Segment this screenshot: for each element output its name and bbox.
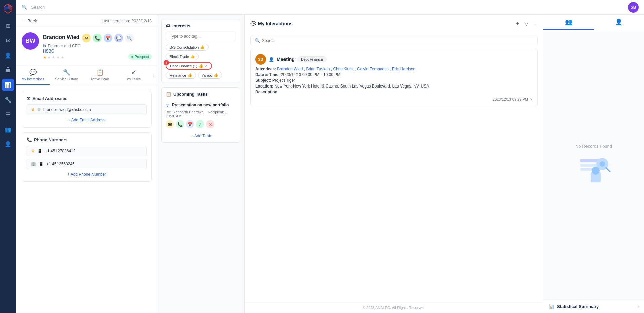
phone-icon-1: 📱 bbox=[37, 149, 42, 153]
interests-panel: 🏷 Interests B/S Consolidation 👍 Block Tr… bbox=[161, 19, 240, 83]
email-icon-btn[interactable]: ✉ bbox=[82, 34, 91, 42]
back-label: Back bbox=[27, 18, 37, 23]
statistical-summary[interactable]: 📊 Statistical Summary › bbox=[543, 300, 644, 313]
interaction-title-text: My Interactions bbox=[258, 21, 293, 26]
search-contact-btn[interactable]: 🔍 bbox=[125, 34, 134, 42]
interaction-header: 💬 My Interactions + ▽ ↓ bbox=[245, 15, 543, 32]
nav-arrow[interactable]: › bbox=[150, 65, 157, 85]
task-phone-btn[interactable]: 📞 bbox=[176, 120, 184, 128]
last-interaction-info: Last Interaction: 2023/12/13 bbox=[102, 18, 152, 23]
far-right-tab-group[interactable]: 👥 bbox=[543, 15, 594, 30]
sidebar-item-tools[interactable]: 🔧 bbox=[2, 94, 14, 106]
topbar: 🔍 Search SB bbox=[16, 0, 644, 15]
sidebar-item-person2[interactable]: 👤 bbox=[2, 138, 14, 150]
meeting-icon-btn[interactable]: 📅 bbox=[104, 34, 112, 42]
phone-value-2: +1 4512563245 bbox=[46, 162, 75, 166]
sidebar-item-mail[interactable]: ✉ bbox=[2, 34, 14, 46]
no-records-text: No Records Found bbox=[575, 144, 612, 149]
phone-icon-btn[interactable]: 📞 bbox=[93, 34, 102, 42]
contact-stars: ★ ★ ★ ★ ★ bbox=[43, 55, 64, 60]
tag-block-label: Block Trade bbox=[169, 55, 189, 59]
tag-yahoo-label: Yahoo bbox=[202, 73, 212, 77]
task-item-1: ☑ Presentation on new portfolio By: Sidd… bbox=[166, 100, 236, 131]
search-icon-interaction: 🔍 bbox=[255, 38, 260, 43]
no-records: No Records Found bbox=[543, 30, 644, 300]
email-icon: ✉ bbox=[37, 107, 41, 112]
phone-value-1: +1 45127836412 bbox=[45, 149, 75, 153]
search-input-label[interactable]: Search bbox=[31, 5, 132, 10]
user-avatar-top[interactable]: SB bbox=[628, 2, 639, 13]
phone-section-icon: 📞 bbox=[27, 137, 32, 142]
tag-block-like[interactable]: 👍 bbox=[190, 54, 195, 59]
prospect-badge: ● Prospect bbox=[128, 54, 152, 60]
task-complete-btn[interactable]: ✓ bbox=[196, 120, 204, 128]
app-logo bbox=[3, 3, 13, 14]
contact-card: BW Brandon Wied ✉ 📞 📅 💬 🔍 in bbox=[16, 27, 157, 65]
email-section-title: ✉ Email Addresses bbox=[27, 96, 147, 101]
interaction-attendees-link[interactable]: Brandon Wied , Brian Tuskan , Chris Klun… bbox=[277, 67, 415, 71]
tab-my-interactions[interactable]: 💬 My Interactions bbox=[16, 65, 50, 85]
task-meeting-btn[interactable]: 📅 bbox=[186, 120, 194, 128]
task-email-btn[interactable]: ✉ bbox=[166, 120, 174, 128]
contact-icons: ✉ 📞 📅 💬 🔍 bbox=[82, 34, 134, 42]
tab-my-tasks[interactable]: ✔ My Tasks bbox=[117, 65, 150, 85]
add-interaction-btn[interactable]: + bbox=[515, 19, 520, 28]
crown-icon-phone1: ♛ bbox=[31, 149, 35, 153]
task-time: 10:30 AM bbox=[166, 114, 181, 118]
task-recipient: Recipient: ... bbox=[207, 110, 228, 114]
add-task-link[interactable]: + Add Task bbox=[166, 134, 236, 138]
tag-debt-finance-wrapper: Debt Finance (1) 👍 ✕ 3 bbox=[166, 62, 212, 70]
sidebar-item-building[interactable]: 🏛 bbox=[2, 64, 14, 76]
interaction-avatar-icon: 👤 bbox=[269, 57, 274, 62]
chat-icon-btn[interactable]: 💬 bbox=[114, 34, 123, 42]
interaction-item-meeting: SB 👤 Meeting Debt Finance Attendees: Bra… bbox=[250, 49, 538, 106]
task-actions: ✉ 📞 📅 ✓ ✕ bbox=[166, 120, 236, 128]
contact-title: Founder and CEO bbox=[48, 44, 81, 48]
tag-refinance-like[interactable]: 👍 bbox=[188, 73, 192, 77]
svg-point-12 bbox=[592, 167, 600, 175]
tag-input[interactable] bbox=[166, 32, 236, 41]
interactions-tab-icon: 💬 bbox=[29, 69, 37, 76]
task-by: By: Siddharth Bhardwaj bbox=[166, 110, 204, 114]
service-tab-icon: 🔧 bbox=[63, 69, 70, 76]
tag-debt-close[interactable]: ✕ bbox=[205, 64, 208, 68]
tasks-title: Upcoming Tasks bbox=[173, 92, 208, 97]
task-cancel-btn[interactable]: ✕ bbox=[206, 120, 214, 128]
sidebar-item-crm[interactable]: 📊 bbox=[2, 79, 14, 91]
interaction-search-input[interactable] bbox=[262, 38, 533, 43]
last-interaction-label: Last Interaction: bbox=[102, 19, 130, 23]
add-email-link[interactable]: + Add Email Address bbox=[27, 118, 147, 123]
interaction-title-icon: 💬 bbox=[250, 21, 256, 26]
sidebar-item-contacts[interactable]: 👤 bbox=[2, 49, 14, 61]
footer-bar: © 2023 ANALEC. All Rights Reserved. bbox=[245, 302, 543, 313]
back-button[interactable]: ← Back bbox=[22, 18, 37, 23]
interaction-attendees: Attendees: Brandon Wied , Brian Tuskan ,… bbox=[255, 67, 533, 71]
sort-interaction-btn[interactable]: ↓ bbox=[532, 19, 538, 28]
tag-yahoo-like[interactable]: 👍 bbox=[214, 73, 218, 77]
sidebar-item-group[interactable]: 👥 bbox=[2, 123, 14, 135]
contact-company[interactable]: HSBC bbox=[43, 49, 152, 54]
tag-debt-like[interactable]: 👍 bbox=[199, 64, 203, 68]
tag-bs-like[interactable]: 👍 bbox=[200, 45, 205, 49]
email-item: ♛ ✉ brandon.wied@xhsbc.com bbox=[27, 104, 147, 115]
tag-yahoo: Yahoo 👍 bbox=[198, 72, 222, 79]
interaction-subject: Subject: Project Tiger bbox=[255, 78, 533, 83]
tab-active-deals[interactable]: 📋 Active Deals bbox=[83, 65, 117, 85]
interaction-datetime: Date & Time: 2023/12/13 09:30 PM - 10:00… bbox=[255, 72, 533, 77]
interaction-description: Description: bbox=[255, 90, 533, 94]
interaction-debt-tag: Debt Finance bbox=[297, 56, 327, 62]
add-phone-link[interactable]: + Add Phone Number bbox=[27, 172, 147, 177]
interests-header: 🏷 Interests bbox=[166, 23, 236, 28]
expand-icon[interactable]: ∨ bbox=[530, 97, 533, 101]
interaction-search: 🔍 bbox=[250, 36, 538, 45]
far-right-tab-person[interactable]: 👤 bbox=[594, 15, 644, 30]
tab-service-history[interactable]: 🔧 Service History bbox=[50, 65, 83, 85]
tasks-icon: 📋 bbox=[166, 92, 171, 97]
interaction-avatar: SB bbox=[255, 54, 266, 65]
deals-tab-label: Active Deals bbox=[91, 77, 110, 81]
content-area: ← Back Last Interaction: 2023/12/13 BW B… bbox=[16, 15, 644, 313]
sidebar-item-list[interactable]: ☰ bbox=[2, 108, 14, 120]
filter-interaction-btn[interactable]: ▽ bbox=[523, 19, 530, 28]
svg-point-9 bbox=[600, 161, 605, 167]
sidebar-item-home[interactable]: ⊞ bbox=[2, 20, 14, 32]
